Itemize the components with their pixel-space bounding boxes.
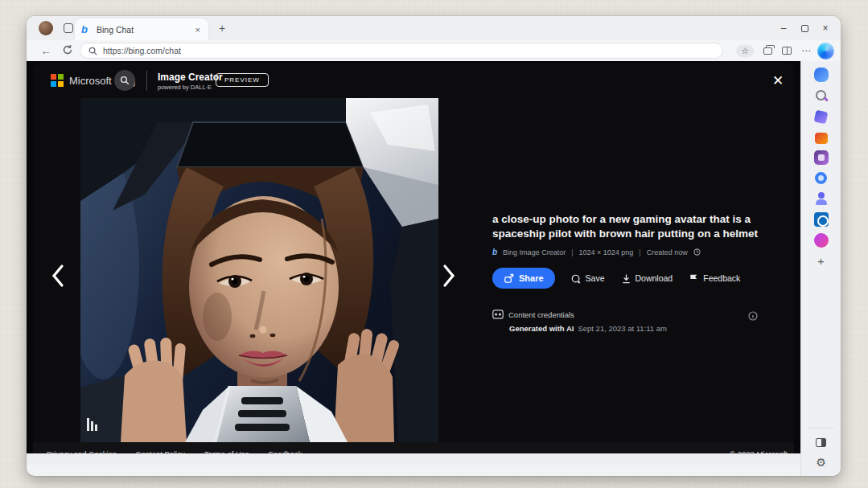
- image-creator-modal: Microsoft Bing Image Creator powered by …: [33, 63, 794, 465]
- clock-icon: [693, 248, 701, 256]
- new-tab-button[interactable]: +: [214, 20, 230, 36]
- messenger-icon[interactable]: [814, 233, 829, 248]
- refresh-button[interactable]: [62, 44, 73, 59]
- sidebar-add-icon[interactable]: +: [814, 254, 829, 269]
- app-title: Image Creator: [158, 72, 223, 83]
- meta-created: Created now: [647, 248, 688, 256]
- credentials-detail: Generated with AISept 21, 2023 at 11:11 …: [492, 324, 758, 333]
- next-image-button[interactable]: [440, 262, 458, 289]
- microsoft-logo-icon: [51, 74, 64, 87]
- share-label: Share: [519, 273, 544, 283]
- chevron-left-icon: [49, 262, 67, 289]
- page-content: Microsoft Bing Image Creator powered by …: [27, 61, 800, 465]
- chevron-right-icon: [440, 262, 458, 289]
- preview-badge: PREVIEW: [216, 73, 269, 87]
- download-button[interactable]: Download: [621, 273, 673, 284]
- share-icon: [504, 273, 514, 284]
- generated-date: Sept 21, 2023 at 11:11 am: [578, 324, 667, 333]
- games-icon[interactable]: [814, 150, 829, 165]
- credentials-icon: [492, 310, 504, 319]
- tab-title: Bing Chat: [97, 25, 194, 35]
- shopping-icon[interactable]: [814, 110, 829, 125]
- tab-bing-chat[interactable]: b Bing Chat ×: [75, 18, 208, 40]
- image-actions: Share Save Download Feedback: [492, 268, 770, 289]
- edge-sidebar: + ⚙: [800, 61, 841, 476]
- content-credentials: Content credentials Generated with AISep…: [492, 310, 758, 333]
- download-icon: [621, 273, 631, 284]
- toolbar-right-icons: ☆ ⋯: [736, 40, 812, 61]
- generated-image[interactable]: [80, 98, 438, 442]
- app-subtitle: powered by DALL·E: [158, 84, 223, 91]
- credentials-heading: Content credentials: [508, 310, 574, 319]
- tab-activity-icon[interactable]: [64, 23, 73, 33]
- outlook-icon[interactable]: [814, 212, 829, 227]
- tools-icon[interactable]: [815, 133, 828, 144]
- favorites-icon[interactable]: ☆: [736, 45, 754, 57]
- minimize-button[interactable]: –: [773, 18, 794, 39]
- app-title-block: Image Creator powered by DALL·E: [158, 72, 223, 91]
- feedback-button[interactable]: Feedback: [689, 273, 740, 284]
- maximize-icon: [801, 25, 808, 32]
- share-button[interactable]: Share: [492, 268, 555, 289]
- search-icon: [88, 47, 97, 55]
- window-bottom-strip: [27, 453, 800, 465]
- sidebar-bottom: ⚙: [809, 428, 833, 468]
- header-divider: [146, 71, 147, 91]
- image-prompt: a close-up photo for a new gaming avatar…: [492, 212, 766, 241]
- close-window-button[interactable]: ×: [815, 18, 836, 39]
- modal-close-icon[interactable]: ✕: [769, 72, 787, 90]
- sidebar-settings-icon[interactable]: ⚙: [816, 457, 826, 468]
- maximize-button[interactable]: [794, 18, 815, 39]
- bing-favicon-icon: b: [81, 24, 92, 35]
- browser-window: b Bing Chat × + – × ← https://bing.com/c…: [27, 16, 841, 476]
- profile-avatar[interactable]: [39, 21, 53, 35]
- save-icon: [571, 273, 582, 284]
- sidebar-search-icon[interactable]: [814, 88, 829, 103]
- image-meta-row: b Bing Image Creator | 1024 × 1024 png |…: [492, 248, 770, 256]
- url-text: https://bing.com/chat: [103, 46, 181, 55]
- person-icon[interactable]: [814, 191, 829, 206]
- save-button[interactable]: Save: [571, 273, 605, 284]
- meta-size: 1024 × 1024 png: [579, 248, 634, 256]
- feedback-icon: [689, 273, 699, 284]
- feedback-label: Feedback: [703, 273, 740, 283]
- window-controls: – ×: [773, 16, 836, 40]
- address-bar[interactable]: https://bing.com/chat: [80, 43, 723, 59]
- image-details-panel: a close-up photo for a new gaming avatar…: [492, 212, 770, 333]
- collections-icon[interactable]: [763, 47, 772, 55]
- image-creator-header: Microsoft Bing Image Creator powered by …: [33, 63, 794, 98]
- browser-toolbar: ← https://bing.com/chat ☆ ⋯: [27, 40, 841, 61]
- previous-image-button[interactable]: [49, 262, 67, 289]
- meta-source: Bing Image Creator: [503, 248, 566, 256]
- tab-strip: b Bing Chat × + – ×: [27, 16, 841, 40]
- bing-icon: b: [492, 248, 497, 256]
- browser-essentials-icon[interactable]: [815, 172, 827, 184]
- split-screen-icon[interactable]: [782, 47, 792, 55]
- copilot-icon[interactable]: [817, 43, 834, 59]
- settings-menu-icon[interactable]: ⋯: [801, 45, 812, 56]
- generated-with-ai-label: Generated with AI: [509, 324, 574, 333]
- sidebar-panel-icon[interactable]: [816, 438, 826, 447]
- download-label: Download: [636, 273, 673, 283]
- search-icon: [120, 76, 130, 85]
- back-button[interactable]: ←: [36, 45, 56, 57]
- tab-close-icon[interactable]: ×: [194, 25, 202, 35]
- info-icon[interactable]: [748, 310, 758, 324]
- header-search-button[interactable]: [114, 70, 135, 91]
- bing-chat-icon[interactable]: [814, 68, 829, 82]
- save-label: Save: [586, 273, 605, 283]
